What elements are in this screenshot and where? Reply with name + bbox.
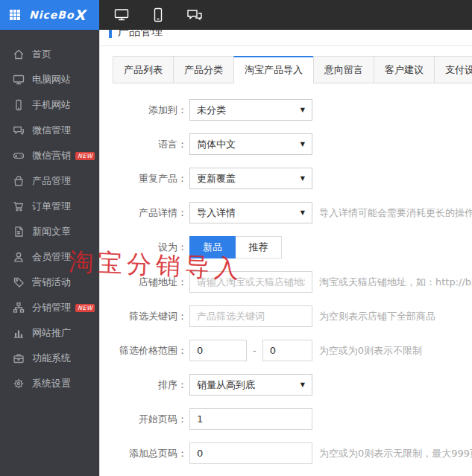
chart-icon [13,327,25,339]
form-row-keyword: 筛选关键词： 为空则表示店铺下全部商品 [110,305,472,327]
chat-icon [13,124,25,136]
field-note: 为空则表示店铺下全部商品 [319,310,435,323]
monitor-icon[interactable] [109,0,134,30]
sort-select[interactable]: 销量从高到底 ▼ [189,374,312,396]
sidebar-item-label: 首页 [32,48,51,61]
field-label: 添加总页码： [110,447,187,460]
sidebar-item-marketing[interactable]: 营销活动 [0,270,99,295]
sitemap-icon [13,302,25,314]
tag-icon [13,276,25,288]
tab-product-list[interactable]: 产品列表 [113,56,174,83]
sidebar-item-home[interactable]: 首页 [0,42,99,67]
sidebar-item-label: 产品管理 [32,174,71,188]
start-page-input[interactable] [189,408,312,430]
sidebar-item-product-manage[interactable]: 产品管理 [0,168,99,194]
form-row-start-page: 开始页码： [110,408,472,430]
logo-text: NiceBo [29,9,75,21]
price-max-input[interactable] [262,340,312,361]
form-row-price-range: 筛选价格范围： - 为空或为0则表示不限制 [110,340,472,361]
language-select[interactable]: 简体中文 ▼ [189,133,312,155]
title-accent-bar [109,30,112,38]
form-row-sort: 排序： 销量从高到底 ▼ [110,374,472,396]
tab-taobao-import[interactable]: 淘宝产品导入 [233,56,314,83]
import-form: 添加到： 未分类 ▼ 语言： 简体中文 ▼ 重复产品 [110,99,472,464]
sidebar-item-settings[interactable]: 系统设置 [0,371,99,396]
tab-intent-messages[interactable]: 意向留言 [313,56,374,83]
field-note: 导入详情可能会需要消耗更长的操作时间 [319,206,472,220]
tab-bar: 产品列表 产品分类 淘宝产品导入 意向留言 客户建议 支付设置 [113,56,472,83]
sidebar-item-label: 订单管理 [32,200,71,213]
main-content: 产品管理 产品列表 产品分类 淘宝产品导入 意向留言 客户建议 支付设置 添加到… [99,30,472,476]
chevron-down-icon: ▼ [300,141,305,147]
field-label: 店铺地址： [110,276,187,289]
chat-icon[interactable] [182,0,207,30]
field-label: 排序： [110,378,187,392]
sidebar-item-label: 新闻文章 [32,225,71,238]
form-row-total-pages: 添加总页码： 为空或为0则表示无限制，最大999页， [110,442,472,464]
field-label: 添加到： [110,104,187,117]
form-row-duplicate: 重复产品： 更新覆盖 ▼ [110,168,472,189]
sidebar-item-wechat-marketing[interactable]: 微信营销 NEW [0,143,99,168]
chevron-down-icon: ▼ [300,381,305,388]
sidebar-item-functions[interactable]: 功能系统 [0,346,99,371]
top-bar: NiceBoX [0,0,472,30]
sidebar-item-label: 分销管理 [32,301,71,314]
product-detail-select[interactable]: 导入详情 ▼ [189,202,312,223]
field-label: 产品详情： [110,206,187,220]
document-icon [13,226,25,238]
sidebar-item-label: 网站推广 [32,326,71,340]
sidebar-item-label: 电脑网站 [32,73,71,86]
new-badge: NEW [75,304,95,312]
sidebar-item-pc-site[interactable]: 电脑网站 [0,67,99,92]
page-title: 产品管理 [118,30,163,39]
logo[interactable]: NiceBoX [0,0,99,30]
sidebar-item-label: 营销活动 [32,276,71,289]
price-min-input[interactable] [189,340,247,361]
sidebar-item-promotion[interactable]: 网站推广 [0,320,99,346]
sidebar-item-distribution[interactable]: 分销管理 NEW [0,295,99,320]
field-label: 语言： [110,138,187,151]
form-row-add-to: 添加到： 未分类 ▼ [110,99,472,121]
chevron-down-icon: ▼ [300,107,305,113]
field-note: 为空或为0则表示不限制 [319,344,422,358]
bag-icon [13,175,25,187]
mobile-icon[interactable] [145,0,171,30]
duplicate-product-select[interactable]: 更新覆盖 ▼ [189,168,312,189]
chevron-down-icon: ▼ [300,209,305,216]
form-row-detail: 产品详情： 导入详情 ▼ 导入详情可能会需要消耗更长的操作时间 [110,202,472,223]
sidebar-item-label: 手机网站 [32,98,71,112]
sidebar: 首页 电脑网站 手机网站 微信管理 微信营销 NEW 产品管理 订单管理 [0,30,99,476]
app-window: NiceBoX 首页 电脑网站 手机网站 [0,0,472,476]
form-row-set-as: 设为： 新品 推荐 [110,236,472,258]
home-icon [13,48,25,60]
new-badge: NEW [75,152,95,160]
field-note: 为空或为0则表示无限制，最大999页， [319,447,472,460]
range-separator: - [253,345,257,356]
sidebar-item-members[interactable]: 会员管理 [0,244,99,270]
gamepad-icon [13,150,25,162]
tab-product-category[interactable]: 产品分类 [173,56,234,83]
field-label: 重复产品： [110,172,187,185]
total-pages-input[interactable] [189,442,312,464]
chevron-down-icon: ▼ [300,175,305,182]
sidebar-item-label: 微信营销 [32,149,71,162]
sidebar-item-wechat-manage[interactable]: 微信管理 [0,118,99,143]
field-label: 筛选价格范围： [110,344,187,358]
gear-icon [13,378,25,390]
recommend-button[interactable]: 推荐 [236,236,282,258]
sidebar-item-mobile-site[interactable]: 手机网站 [0,92,99,118]
tab-customer-suggestions[interactable]: 客户建议 [374,56,435,83]
logo-x: X [75,7,86,23]
sidebar-item-label: 功能系统 [32,352,71,365]
shop-url-input[interactable] [189,271,312,293]
add-to-select[interactable]: 未分类 ▼ [189,99,312,121]
sidebar-item-order-manage[interactable]: 订单管理 [0,194,99,219]
new-product-button[interactable]: 新品 [189,236,236,258]
apps-grid-icon [10,10,20,20]
sidebar-item-news[interactable]: 新闻文章 [0,219,99,244]
user-icon [13,251,25,263]
cart-icon [13,200,25,212]
sidebar-item-label: 系统设置 [32,377,71,390]
filter-keyword-input[interactable] [189,305,312,327]
tab-payment-settings[interactable]: 支付设置 [434,56,472,83]
